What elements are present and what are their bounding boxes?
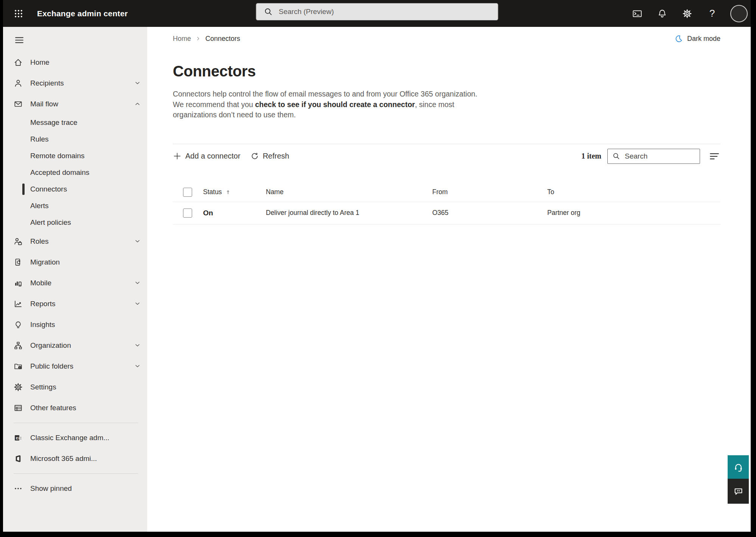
feedback-button[interactable] bbox=[728, 479, 749, 504]
create-connector-check-link[interactable]: check to see if you should create a conn… bbox=[255, 100, 415, 109]
sidebar-item-connectors[interactable]: Connectors bbox=[3, 181, 147, 198]
person-icon bbox=[14, 79, 23, 88]
organization-icon bbox=[14, 341, 23, 350]
sidebar-item-label: Migration bbox=[30, 258, 60, 266]
sidebar-item-mobile[interactable]: Mobile bbox=[3, 272, 147, 293]
settings-button[interactable] bbox=[680, 7, 694, 20]
global-search-input[interactable] bbox=[278, 7, 492, 16]
sidebar-item-label: Connectors bbox=[30, 185, 67, 193]
sidebar-item-reports[interactable]: Reports bbox=[3, 293, 147, 314]
reports-icon bbox=[14, 299, 23, 308]
chevron-up-icon bbox=[134, 100, 141, 107]
plus-icon bbox=[173, 152, 182, 160]
sidebar-item-label: Message trace bbox=[30, 118, 78, 127]
floating-buttons bbox=[728, 455, 749, 504]
sidebar-divider bbox=[14, 423, 138, 423]
column-header-name[interactable]: Name bbox=[266, 188, 432, 196]
sidebar-item-home[interactable]: Home bbox=[3, 52, 147, 73]
sidebar-item-organization[interactable]: Organization bbox=[3, 335, 147, 356]
column-header-status[interactable]: Status bbox=[203, 188, 266, 196]
cloud-shell-button[interactable] bbox=[630, 7, 644, 20]
roles-icon bbox=[14, 237, 23, 246]
sidebar-item-alert-policies[interactable]: Alert policies bbox=[3, 214, 147, 231]
question-mark-icon: ? bbox=[709, 8, 715, 19]
sidebar-item-mail-flow[interactable]: Mail flow bbox=[3, 93, 147, 114]
sidebar-item-label: Alerts bbox=[30, 202, 49, 210]
public-folders-icon bbox=[14, 362, 23, 371]
refresh-label: Refresh bbox=[263, 152, 289, 160]
sidebar-item-microsoft-365-admi[interactable]: Microsoft 365 admi... bbox=[3, 448, 147, 469]
hamburger-icon bbox=[14, 35, 25, 45]
row-name: Deliver journal directly to Area 1 bbox=[266, 209, 432, 217]
sidebar-item-accepted-domains[interactable]: Accepted domains bbox=[3, 164, 147, 181]
sidebar-item-label: Classic Exchange adm... bbox=[30, 434, 109, 442]
app-launcher-button[interactable] bbox=[11, 6, 26, 21]
list-search-box[interactable] bbox=[607, 149, 700, 164]
sidebar-item-public-folders[interactable]: Public folders bbox=[3, 356, 147, 377]
add-connector-button[interactable]: Add a connector bbox=[173, 152, 241, 160]
chevron-down-icon bbox=[134, 363, 141, 370]
left-navigation: HomeRecipientsMail flowMessage traceRule… bbox=[3, 27, 147, 532]
select-all-checkbox[interactable] bbox=[183, 188, 192, 197]
app-launcher-icon bbox=[14, 9, 23, 19]
refresh-button[interactable]: Refresh bbox=[250, 152, 289, 160]
sidebar-item-label: Accepted domains bbox=[30, 168, 89, 177]
column-header-from[interactable]: From bbox=[432, 188, 547, 196]
select-row-checkbox[interactable] bbox=[183, 209, 192, 218]
m365-icon bbox=[14, 454, 23, 463]
notifications-button[interactable] bbox=[655, 7, 669, 20]
column-header-label: From bbox=[432, 188, 448, 196]
breadcrumb-current: Connectors bbox=[205, 35, 240, 43]
table-row[interactable]: OnDeliver journal directly to Area 1O365… bbox=[173, 202, 720, 224]
dark-mode-toggle[interactable]: Dark mode bbox=[674, 34, 720, 43]
column-header-label: To bbox=[547, 188, 554, 196]
list-search-input[interactable] bbox=[624, 152, 697, 161]
headset-icon bbox=[733, 462, 744, 472]
chevron-down-icon bbox=[134, 238, 141, 245]
account-avatar[interactable] bbox=[730, 5, 748, 22]
sidebar-item-label: Alert policies bbox=[30, 218, 71, 227]
column-header-to[interactable]: To bbox=[547, 188, 720, 196]
global-search-box[interactable] bbox=[256, 3, 498, 20]
row-from: O365 bbox=[432, 209, 547, 217]
sidebar-item-recipients[interactable]: Recipients bbox=[3, 73, 147, 93]
sidebar-item-roles[interactable]: Roles bbox=[3, 231, 147, 252]
classic-exchange-icon: E bbox=[14, 433, 23, 442]
app-title: Exchange admin center bbox=[37, 9, 128, 18]
search-icon bbox=[264, 7, 273, 16]
help-button[interactable]: ? bbox=[705, 7, 719, 20]
support-button[interactable] bbox=[728, 455, 749, 479]
sidebar-item-settings[interactable]: Settings bbox=[3, 377, 147, 397]
chevron-down-icon bbox=[134, 79, 141, 87]
filter-button[interactable] bbox=[708, 150, 720, 162]
sidebar-divider bbox=[14, 473, 138, 474]
topbar-actions: ? bbox=[630, 5, 751, 22]
breadcrumb: Home Connectors bbox=[173, 35, 240, 43]
sidebar-item-show-pinned[interactable]: Show pinned bbox=[3, 478, 147, 499]
sidebar-item-label: Roles bbox=[30, 237, 49, 246]
bell-icon bbox=[657, 9, 667, 19]
sidebar-item-label: Mobile bbox=[30, 279, 51, 287]
breadcrumb-home-link[interactable]: Home bbox=[173, 35, 191, 43]
dark-mode-label: Dark mode bbox=[687, 35, 720, 43]
collapse-nav-button[interactable] bbox=[12, 33, 26, 47]
sidebar-item-classic-exchange-adm[interactable]: EClassic Exchange adm... bbox=[3, 427, 147, 448]
sidebar-item-migration[interactable]: Migration bbox=[3, 252, 147, 272]
sidebar-item-remote-domains[interactable]: Remote domains bbox=[3, 148, 147, 164]
sidebar-item-label: Other features bbox=[30, 404, 76, 412]
sidebar-item-insights[interactable]: Insights bbox=[3, 314, 147, 335]
connectors-table: StatusNameFromTo OnDeliver journal direc… bbox=[173, 183, 720, 224]
item-count: 1 item bbox=[581, 152, 601, 160]
sidebar-item-message-trace[interactable]: Message trace bbox=[3, 114, 147, 131]
sidebar-item-rules[interactable]: Rules bbox=[3, 131, 147, 148]
chevron-down-icon bbox=[134, 279, 141, 286]
chevron-right-icon bbox=[196, 36, 201, 41]
page-title: Connectors bbox=[173, 62, 720, 80]
sidebar-item-alerts[interactable]: Alerts bbox=[3, 198, 147, 214]
sidebar-item-other-features[interactable]: Other features bbox=[3, 397, 147, 418]
search-icon bbox=[612, 152, 620, 160]
column-header-label: Name bbox=[266, 188, 284, 196]
top-bar: Exchange admin center ? bbox=[3, 0, 751, 27]
migration-icon bbox=[14, 258, 23, 267]
svg-text:E: E bbox=[16, 436, 19, 440]
